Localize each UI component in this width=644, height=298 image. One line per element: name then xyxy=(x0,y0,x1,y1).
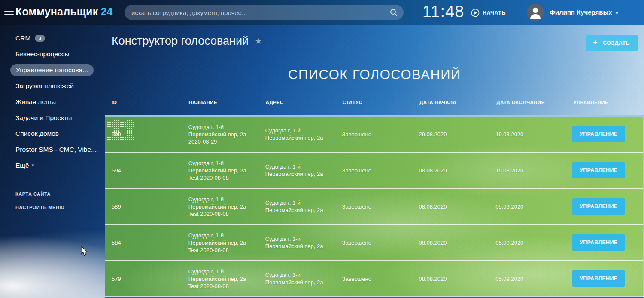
avatar[interactable] xyxy=(527,4,544,21)
sidebar-item-voting-management[interactable]: Управление голосова... xyxy=(0,62,105,78)
table-header-row: ID НАЗВАНИЕ АДРЕС СТАТУС ДАТА НАЧАЛА ДАТ… xyxy=(105,100,644,105)
cell-address: Судогда г, 1-йПервомайский пер, 2а xyxy=(259,127,336,141)
table-body: 599 Судогда г, 1-йПервомайский пер, 2а20… xyxy=(105,115,644,298)
col-address: АДРЕС xyxy=(259,100,336,105)
table-row: 594 Судогда г, 1-йПервомайский пер, 2аTe… xyxy=(105,153,643,189)
app-logo[interactable]: Коммунальщик24 xyxy=(15,6,113,18)
cell-start-date: 08.08.2020 xyxy=(412,239,489,246)
cell-end-date: 05.09.2020 xyxy=(489,239,566,246)
manage-button[interactable]: УПРАВЛЕНИЕ xyxy=(572,162,625,178)
cell-id: 594 xyxy=(105,167,182,174)
user-silhouette-icon xyxy=(527,4,544,21)
col-start-date: ДАТА НАЧАЛА xyxy=(413,100,490,105)
chevron-down-icon: ▾ xyxy=(32,163,34,168)
cell-end-date: 05.09.2020 xyxy=(489,275,566,283)
col-id: ID xyxy=(105,100,182,105)
cell-status: Завершено xyxy=(336,131,413,138)
cell-end-date: 19.08.2020 xyxy=(489,131,566,138)
cell-end-date: 05.09.2020 xyxy=(489,203,566,210)
top-bar: Коммунальщик24 11:48 НАЧАТЬ Филипп Кучер… xyxy=(0,0,644,25)
cell-start-date: 08.08.2020 xyxy=(412,275,489,283)
list-title: СПИСОК ГОЛОСОВАНИЙ xyxy=(105,67,644,83)
cell-name: Судогда г, 1-йПервомайский пер, 2а2020-0… xyxy=(182,123,259,145)
search-input[interactable] xyxy=(131,9,390,17)
user-name: Филипп Кучерявых xyxy=(550,9,612,16)
sidebar-item-more[interactable]: Ещё ▾ xyxy=(0,157,105,173)
manage-button[interactable]: УПРАВЛЕНИЕ xyxy=(572,270,625,287)
start-workday-button[interactable]: НАЧАТЬ xyxy=(471,9,506,17)
sidebar-item-payments-upload[interactable]: Загрузка платежей xyxy=(0,78,105,94)
cell-address: Судогда г, 1-йПервомайский пер, 2а xyxy=(259,235,336,250)
cell-address: Судогда г, 1-йПервомайский пер, 2а xyxy=(259,163,336,178)
global-search[interactable] xyxy=(125,5,404,20)
logo-text: Коммунальщик xyxy=(15,6,98,18)
cell-start-date: 08.08.2020 xyxy=(412,167,489,174)
col-status: СТАТУС xyxy=(336,100,413,105)
work-clock[interactable]: 11:48 xyxy=(422,3,464,21)
sidebar-item-house-list[interactable]: Список домов xyxy=(0,126,105,141)
manage-button[interactable]: УПРАВЛЕНИЕ xyxy=(572,126,625,142)
cell-end-date: 15.08.2020 xyxy=(489,167,566,174)
cell-start-date: 29.08.2020 xyxy=(412,131,489,138)
sidebar-item-live-feed[interactable]: Живая лента xyxy=(0,94,105,110)
sidebar-item-crm[interactable]: CRM 3 xyxy=(0,30,105,46)
sidebar-menu: CRM 3 Бизнес-процессы Управление голосов… xyxy=(0,25,105,173)
chevron-down-icon xyxy=(612,9,618,16)
table-row: 589 Судогда г, 1-йПервомайский пер, 2аTe… xyxy=(105,189,643,225)
manage-button[interactable]: УПРАВЛЕНИЕ xyxy=(572,234,625,251)
user-menu[interactable]: Филипп Кучерявых xyxy=(550,9,618,16)
cell-id: 584 xyxy=(105,239,182,246)
cell-name: Судогда г, 1-йПервомайский пер, 2аTest 2… xyxy=(182,160,259,181)
table-row: 579 Судогда г, 1-йПервомайский пер, 2аTe… xyxy=(105,261,643,297)
col-name: НАЗВАНИЕ xyxy=(182,100,259,105)
cell-status: Завершено xyxy=(336,167,413,174)
logo-number: 24 xyxy=(100,6,112,18)
configure-menu-link[interactable]: НАСТРОИТЬ МЕНЮ xyxy=(0,205,105,210)
sidebar-item-business-processes[interactable]: Бизнес-процессы xyxy=(0,46,105,62)
cell-name: Судогда г, 1-йПервомайский пер, 2аTest 2… xyxy=(182,196,259,218)
cell-id: 589 xyxy=(105,203,182,210)
start-label: НАЧАТЬ xyxy=(483,10,506,16)
cell-name: Судогда г, 1-йПервомайский пер, 2аTest 2… xyxy=(182,268,259,290)
cell-start-date: 08.08.2020 xyxy=(412,203,489,210)
cell-status: Завершено xyxy=(336,239,413,246)
manage-button[interactable]: УПРАВЛЕНИЕ xyxy=(572,198,625,215)
crm-counter-badge: 3 xyxy=(35,35,45,42)
search-icon[interactable] xyxy=(390,9,398,16)
table-row: 599 Судогда г, 1-йПервомайский пер, 2а20… xyxy=(105,117,643,153)
cell-address: Судогда г, 1-йПервомайский пер, 2а xyxy=(259,271,336,286)
create-button[interactable]: СОЗДАТЬ xyxy=(586,35,638,51)
table-row: 584 Судогда г, 1-йПервомайский пер, 2аTe… xyxy=(105,225,643,261)
sidebar-item-prostor-sms[interactable]: Prostor SMS - СМС, Vibe... xyxy=(0,141,105,157)
play-icon xyxy=(471,9,480,17)
main-content: Конструктор голосований СОЗДАТЬ СПИСОК Г… xyxy=(105,25,644,298)
sidebar-item-tasks-projects[interactable]: Задачи и Проекты xyxy=(0,110,105,126)
hamburger-menu-icon[interactable] xyxy=(4,9,14,16)
plus-icon xyxy=(593,40,598,46)
cell-status: Завершено xyxy=(336,203,413,210)
sitemap-link[interactable]: КАРТА САЙТА xyxy=(0,191,105,197)
col-end-date: ДАТА ОКОНЧАНИЯ xyxy=(490,100,567,105)
sidebar: CRM 3 Бизнес-процессы Управление голосов… xyxy=(0,25,105,298)
dots-texture xyxy=(107,119,134,141)
cell-address: Судогда г, 1-йПервомайский пер, 2а xyxy=(259,199,336,214)
page-title: Конструктор голосований xyxy=(112,34,262,48)
col-manage: УПРАВЛЕНИЕ xyxy=(567,100,644,105)
cell-name: Судогда г, 1-йПервомайский пер, 2аTest 2… xyxy=(182,232,259,254)
favorite-star-icon[interactable] xyxy=(255,36,262,46)
sidebar-footer: КАРТА САЙТА НАСТРОИТЬ МЕНЮ xyxy=(0,191,105,210)
cell-id: 579 xyxy=(105,275,182,283)
cell-status: Завершено xyxy=(336,275,413,283)
